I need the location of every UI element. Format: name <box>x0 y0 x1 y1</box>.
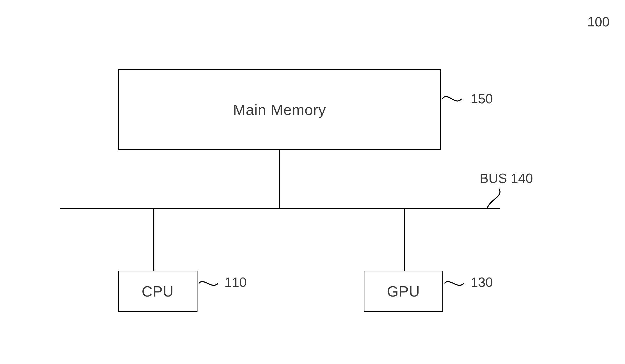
gpu-block: GPU <box>364 271 443 312</box>
ref-130: 130 <box>471 274 493 290</box>
connector-bus-to-cpu <box>153 208 154 271</box>
ref-150: 150 <box>471 91 493 106</box>
figure-ref-100: 100 <box>587 14 610 29</box>
cpu-block: CPU <box>118 271 197 312</box>
leader-bus <box>482 187 505 209</box>
main-memory-block: Main Memory <box>118 69 441 150</box>
leader-150 <box>441 90 469 108</box>
ref-110: 110 <box>224 274 247 290</box>
leader-130 <box>443 276 469 291</box>
main-memory-label: Main Memory <box>233 101 326 118</box>
leader-110 <box>197 276 223 291</box>
connector-memory-to-bus <box>279 150 280 208</box>
gpu-label: GPU <box>387 283 420 300</box>
cpu-label: CPU <box>142 283 174 300</box>
bus-line <box>60 208 500 209</box>
bus-label: BUS 140 <box>480 171 533 186</box>
connector-bus-to-gpu <box>404 208 405 271</box>
